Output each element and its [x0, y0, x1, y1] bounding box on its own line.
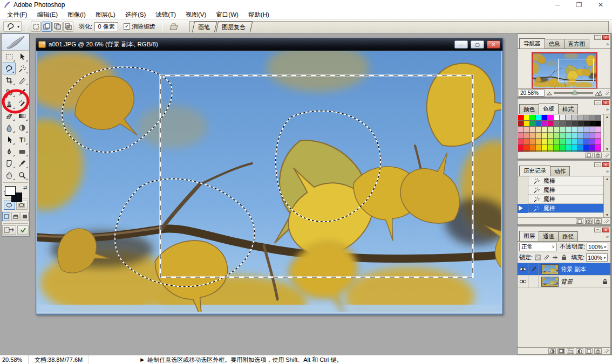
zoom-tool[interactable]	[16, 169, 29, 181]
color-swatch[interactable]	[589, 133, 595, 139]
color-swatch[interactable]	[583, 127, 589, 133]
move-tool[interactable]	[16, 51, 29, 63]
color-swatch[interactable]	[589, 150, 595, 152]
color-swatch[interactable]	[554, 115, 560, 121]
lasso-tool[interactable]	[3, 63, 16, 74]
color-swatch[interactable]	[566, 127, 572, 133]
tool-dropdown-caret[interactable]: ▾	[17, 24, 19, 29]
color-swatch[interactable]	[554, 145, 560, 150]
brush-tool[interactable]	[16, 86, 29, 98]
layers-tab-路径[interactable]: 路径	[558, 231, 578, 241]
color-swatch[interactable]	[560, 133, 566, 139]
color-swatch[interactable]	[554, 127, 560, 133]
navigator-tab-直方图[interactable]: 直方图	[564, 39, 590, 49]
menu-编辑[interactable]: 编辑(E)	[32, 10, 63, 20]
lock-position-icon[interactable]	[552, 254, 559, 261]
history-snapshot-well[interactable]	[518, 176, 528, 186]
zoom-in-icon[interactable]	[595, 90, 602, 96]
subtract-from-selection-button[interactable]	[52, 22, 63, 32]
menu-图像[interactable]: 图像(I)	[63, 10, 91, 20]
layer-row[interactable]: 背景	[518, 276, 610, 288]
slider-thumb[interactable]	[572, 90, 577, 94]
history-state-row[interactable]: 魔棒	[518, 176, 610, 186]
color-swatch[interactable]	[554, 121, 560, 127]
navigator-thumbnail[interactable]	[532, 52, 597, 88]
color-swatch[interactable]	[595, 133, 601, 139]
slice-tool[interactable]	[16, 74, 29, 86]
color-swatch[interactable]	[595, 139, 601, 145]
notes-tool[interactable]	[3, 157, 16, 169]
panel-minimize-button[interactable]: ─	[594, 162, 601, 167]
color-swatch[interactable]	[530, 150, 536, 152]
history-panel-menu-chevrons[interactable]: »	[606, 169, 609, 174]
color-swatch[interactable]	[524, 150, 530, 152]
shape-tool[interactable]	[16, 146, 29, 157]
opacity-input[interactable]: 100%▸	[587, 243, 608, 251]
color-swatch[interactable]	[566, 115, 572, 121]
layer-thumbnail[interactable]	[541, 277, 559, 287]
color-swatch[interactable]	[536, 121, 542, 127]
path-selection-tool[interactable]	[3, 134, 16, 146]
panel-close-button[interactable]: ✕	[602, 228, 609, 232]
color-swatch[interactable]	[530, 127, 536, 133]
color-swatch[interactable]	[566, 150, 572, 152]
layer-visibility-toggle[interactable]	[518, 276, 528, 288]
new-swatch-button[interactable]	[585, 153, 593, 158]
layer-name[interactable]: 背景 副本	[561, 265, 610, 273]
color-swatch[interactable]	[542, 127, 548, 133]
color-swatch[interactable]	[542, 150, 548, 152]
gradient-tool[interactable]	[16, 110, 29, 122]
color-swatch[interactable]	[536, 127, 542, 133]
document-minimize-button[interactable]: ─	[454, 40, 468, 49]
color-swatch[interactable]	[548, 121, 554, 127]
new-adjustment-layer-button[interactable]	[576, 348, 583, 354]
color-swatch[interactable]	[572, 150, 577, 152]
color-swatch[interactable]	[572, 145, 577, 150]
layer-link-well[interactable]	[528, 263, 539, 276]
swatches-scrollbar[interactable]: ▲▼	[603, 114, 610, 152]
layer-visibility-toggle[interactable]	[518, 263, 528, 276]
navigator-tab-信息[interactable]: 信息	[545, 39, 565, 49]
history-snapshot-well[interactable]	[518, 195, 528, 204]
color-swatch[interactable]	[536, 133, 542, 139]
eyedropper-tool[interactable]	[16, 157, 29, 169]
swatches-tab-样式[interactable]: 样式	[558, 104, 578, 114]
window-close-button[interactable]: ✕	[597, 1, 604, 9]
color-swatch[interactable]	[548, 133, 554, 139]
color-swatch[interactable]	[536, 139, 542, 145]
color-swatch[interactable]	[577, 115, 583, 121]
color-swatch[interactable]	[577, 145, 583, 150]
color-swatch[interactable]	[583, 133, 589, 139]
color-swatch[interactable]	[560, 127, 566, 133]
color-swatch[interactable]	[577, 121, 583, 127]
type-tool[interactable]: T	[16, 134, 29, 146]
history-state-marker[interactable]	[519, 205, 523, 211]
color-swatch[interactable]	[560, 145, 566, 150]
history-state-row[interactable]: 魔棒	[518, 204, 610, 213]
menu-帮助[interactable]: 帮助(H)	[243, 10, 274, 20]
add-to-selection-button[interactable]	[42, 22, 52, 32]
color-swatch[interactable]	[518, 121, 524, 127]
healing-brush-tool[interactable]	[3, 86, 16, 98]
window-minimize-button[interactable]: ─	[554, 1, 561, 9]
swap-colors-icon[interactable]: ⇄	[23, 185, 28, 190]
navigator-zoom-slider[interactable]	[554, 92, 593, 94]
document-close-button[interactable]: ✕	[487, 40, 500, 49]
navigator-view-rect[interactable]	[558, 59, 594, 81]
color-swatch[interactable]	[518, 145, 524, 150]
palette-well-tab-画笔[interactable]: 画笔	[192, 22, 217, 32]
lock-all-icon[interactable]	[560, 254, 567, 261]
new-layer-button[interactable]	[585, 348, 593, 354]
panel-close-button[interactable]: ✕	[602, 162, 609, 167]
color-swatch[interactable]	[524, 121, 530, 127]
color-swatch[interactable]	[572, 115, 577, 121]
color-swatch[interactable]	[518, 139, 524, 145]
color-swatch[interactable]	[518, 133, 524, 139]
resize-grip[interactable]	[604, 153, 609, 157]
layers-tab-图层[interactable]: 图层	[519, 231, 539, 241]
magic-wand-tool[interactable]	[16, 63, 29, 74]
document-titlebar[interactable]: a001.JPG @ 20.6% (背景 副本, RGB/8) ─ ▢ ✕	[36, 38, 502, 51]
current-tool-button[interactable]: ▾	[3, 21, 22, 32]
color-swatch[interactable]	[566, 121, 572, 127]
history-snapshot-well[interactable]	[518, 204, 528, 213]
